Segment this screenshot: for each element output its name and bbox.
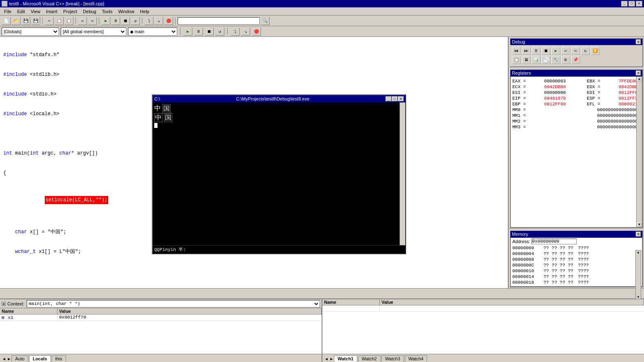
save-all-button[interactable]: 💾 (31, 17, 40, 25)
restart-button[interactable]: ↺ (131, 17, 140, 25)
debug-btn-6[interactable]: ↩ (561, 47, 570, 55)
menu-window[interactable]: Window (116, 9, 137, 14)
console-maximize-button[interactable]: □ (392, 96, 397, 101)
memory-title: Memory (512, 232, 528, 237)
open-button[interactable]: 📂 (11, 17, 21, 25)
debug-btn-11[interactable]: 🖥 (522, 56, 531, 64)
step-over2-button[interactable]: ⤵ (231, 27, 240, 36)
breakpt2-button[interactable]: 🔴 (252, 27, 261, 36)
menu-tools[interactable]: Tools (100, 9, 115, 14)
debug-btn-15[interactable]: ⚙ (561, 56, 570, 64)
debug-btn-12[interactable]: 📊 (532, 56, 541, 64)
locals-row-x1: ⊞ x1 0x0012ff70 (0, 314, 322, 321)
locals-row-name: x1 (8, 315, 13, 320)
reg-scroll-up[interactable]: ▲ (637, 77, 642, 82)
expand-icon[interactable]: ⊞ (2, 315, 5, 320)
menu-debug[interactable]: Debug (80, 9, 98, 14)
step-in-button[interactable]: ↘ (154, 17, 163, 25)
run-button[interactable]: ▶ (101, 17, 110, 25)
mem-row-14: 00000014 ?? ?? ?? ?? ???? (512, 274, 640, 280)
console-close-button[interactable]: ✕ (398, 96, 404, 101)
registers-scrollbar[interactable]: ▲ ▼ (636, 77, 642, 227)
scope-dropdown[interactable]: [Globals] (2, 27, 59, 36)
menu-project[interactable]: Project (61, 9, 80, 14)
paste-button[interactable]: 📋 (64, 17, 73, 25)
close-button[interactable]: ✕ (636, 1, 642, 7)
search-button[interactable]: 🔍 (260, 17, 269, 25)
debug-restart-button[interactable]: ↺ (215, 27, 224, 36)
editor-container: #include "stdafx.h" #include <stdlib.h> … (0, 37, 509, 288)
tab-this[interactable]: this (52, 355, 66, 362)
tab-watch4[interactable]: Watch4 (405, 355, 427, 362)
search-input[interactable] (178, 17, 260, 25)
debug-btn-9[interactable]: ⏬ (591, 47, 600, 55)
console-char4: 国 (164, 113, 172, 122)
stop-button[interactable]: ⏹ (121, 17, 130, 25)
debug-btn-10[interactable]: 📋 (512, 56, 521, 64)
locals-titlebar: ⊞ Context: main(int, char * *) (0, 299, 322, 308)
mem-scroll-up[interactable]: ▲ (636, 250, 641, 254)
copy-button[interactable]: 📋 (55, 17, 64, 25)
mem-scroll-down[interactable]: ▼ (636, 295, 641, 299)
debug-btn-3[interactable]: ⏸ (532, 47, 541, 55)
locals-table-header: Name Value (0, 308, 322, 314)
debug-stop-button[interactable]: ⏹ (205, 27, 214, 36)
watch-empty-row (322, 305, 644, 312)
memory-address-input[interactable] (532, 239, 577, 244)
menu-help[interactable]: Help (137, 9, 152, 14)
breakpoint-button[interactable]: 🔴 (164, 17, 173, 25)
watch-tab-left-arrow[interactable]: ◄ (324, 357, 329, 362)
debug-btn-7[interactable]: ↪ (571, 47, 580, 55)
tab-watch3[interactable]: Watch3 (381, 355, 404, 362)
console-minimize-button[interactable]: _ (386, 96, 391, 101)
debug-btn-2[interactable]: ⏭ (522, 47, 531, 55)
menu-view[interactable]: View (28, 9, 43, 14)
cut-button[interactable]: ✂ (45, 17, 54, 25)
tab-watch2[interactable]: Watch2 (358, 355, 381, 362)
debug-btn-8[interactable]: ↻ (581, 47, 590, 55)
function-dropdown[interactable]: ◆ main (128, 27, 177, 36)
reg-scroll-down[interactable]: ▼ (637, 222, 642, 227)
undo-button[interactable]: ↩ (78, 17, 87, 25)
mem-row-10: 00000010 ?? ?? ?? ?? ???? (512, 268, 640, 274)
locals-tab-left-arrow[interactable]: ◄ (2, 357, 7, 362)
debug-btn-16[interactable]: 📌 (571, 56, 580, 64)
debug-btn-4[interactable]: ⏹ (541, 47, 550, 55)
tab-locals[interactable]: Locals (29, 355, 51, 362)
locals-tab-right-arrow[interactable]: ► (7, 357, 11, 362)
pause-button[interactable]: ⏸ (111, 17, 120, 25)
debug-btn-1[interactable]: ⏮ (512, 47, 521, 55)
debug-run-button[interactable]: ▶ (183, 27, 192, 36)
watch-name-input[interactable] (324, 306, 378, 311)
context-dropdown[interactable]: main(int, char * *) (27, 300, 320, 307)
locals-panel: ⊞ Context: main(int, char * *) Name Valu… (0, 299, 322, 362)
redo-button[interactable]: ↪ (88, 17, 97, 25)
registers-title: Registers (512, 71, 531, 75)
debug-pause-button[interactable]: ⏸ (194, 27, 203, 36)
maximize-button[interactable]: □ (628, 1, 635, 7)
menu-edit[interactable]: Edit (15, 9, 27, 14)
minimize-button[interactable]: _ (621, 1, 628, 7)
debug-panel-close[interactable]: ✕ (636, 39, 641, 44)
save-button[interactable]: 💾 (21, 17, 30, 25)
debug-btn-13[interactable]: 📉 (541, 56, 550, 64)
step-into2-button[interactable]: ↘ (241, 27, 250, 36)
memory-close-btn[interactable]: ✕ (636, 232, 641, 237)
menu-file[interactable]: File (2, 9, 14, 14)
debug-btn-14[interactable]: 🔧 (551, 56, 560, 64)
members-dropdown[interactable]: [All global members] (61, 27, 126, 36)
code-line-1: #include "stdafx.h" (3, 52, 505, 58)
tab-watch1[interactable]: Watch1 (334, 355, 357, 362)
watch-tab-right-arrow[interactable]: ► (329, 357, 334, 362)
registers-close-btn[interactable]: ✕ (636, 71, 641, 75)
memory-scrollbar[interactable]: ▲ ▼ (635, 250, 641, 299)
code-editor[interactable]: #include "stdafx.h" #include <stdlib.h> … (0, 37, 509, 288)
registers-panel-body: EAX = 00000003 EBX = 7FFDE000 ECX = 0042… (510, 76, 642, 228)
new-file-button[interactable]: 📄 (2, 17, 11, 25)
debug-btn-5[interactable]: ▶ (551, 47, 560, 55)
tab-auto[interactable]: Auto (11, 355, 28, 362)
step-over-button[interactable]: ⤵ (144, 17, 153, 25)
menu-insert[interactable]: Insert (43, 9, 60, 14)
menu-bar: File Edit View Insert Project Debug Tool… (0, 7, 644, 16)
console-scrollbar[interactable] (400, 102, 405, 245)
